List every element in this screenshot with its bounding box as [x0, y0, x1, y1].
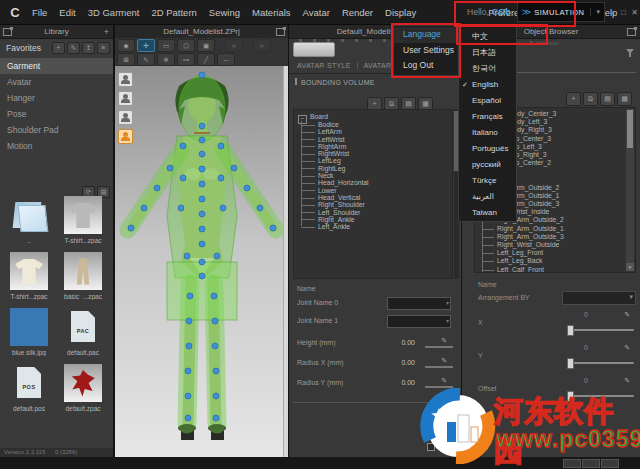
window-control-button[interactable]: ✕	[629, 8, 640, 17]
object-tree-item[interactable]: Right_Arm_Outside_1	[489, 225, 635, 233]
toolbar-button[interactable]: ⊶	[177, 53, 195, 66]
dont-show-again-checkbox[interactable]: Don't show again	[427, 443, 488, 451]
popout-icon[interactable]	[627, 28, 636, 36]
language-menu-item[interactable]: ✓한국어	[459, 61, 516, 77]
object-tool-button[interactable]: ⧉	[583, 92, 598, 106]
edit-pencil-icon[interactable]: ✎	[624, 311, 630, 319]
library-category[interactable]: Avatar	[0, 74, 113, 90]
object-tool-button[interactable]: ▦	[617, 92, 632, 106]
library-category[interactable]: Garment	[0, 58, 113, 74]
tree-item[interactable]: Right_Shoulder	[312, 201, 452, 208]
x-slider[interactable]	[568, 329, 634, 331]
tree-item[interactable]: RightLeg	[312, 165, 452, 172]
object-tree-item[interactable]: Right_Arm_Outside_3	[489, 233, 635, 241]
menu-item[interactable]: Sewing	[203, 7, 246, 18]
tree-item[interactable]: LeftWrist	[312, 136, 452, 143]
menu-item[interactable]: Display	[379, 7, 422, 18]
language-menu-item[interactable]: ✓中文	[459, 29, 516, 45]
filter-funnel-icon[interactable]	[626, 49, 634, 57]
toolbar-button[interactable]: ✎	[137, 53, 155, 66]
radius-y-value[interactable]: 0.00	[401, 379, 415, 386]
language-menu-item[interactable]: ✓Taiwan	[459, 205, 516, 221]
tree-item[interactable]: RightWrist	[312, 150, 452, 157]
menu-item[interactable]: Materials	[246, 7, 297, 18]
object-tree-item[interactable]: Left_Leg_Back	[489, 257, 635, 265]
viewport-scrollbar[interactable]	[283, 66, 288, 457]
popout-icon[interactable]	[3, 28, 12, 36]
status-button[interactable]	[601, 459, 619, 468]
language-menu-item[interactable]: ✓العربية	[459, 189, 516, 205]
tree-root[interactable]: −Board	[298, 113, 452, 121]
edit-pencil-icon[interactable]: ✎	[441, 377, 447, 385]
offset-slider-handle[interactable]	[567, 391, 574, 402]
library-category[interactable]: Motion	[0, 138, 113, 154]
scroll-down-icon[interactable]: ▾	[626, 263, 634, 271]
popout-icon[interactable]	[276, 28, 285, 36]
favorite-tool-button[interactable]: ✎	[67, 42, 80, 54]
menu-item[interactable]: 2D Pattern	[145, 7, 202, 18]
toolbar-button[interactable]: ─	[217, 53, 235, 66]
object-browser-tab[interactable]: B-Attribute	[529, 39, 558, 49]
toolbar-button[interactable]: ➤	[253, 39, 271, 52]
window-control-button[interactable]: –	[607, 8, 618, 17]
tree-item[interactable]: Right_Ankle	[312, 216, 452, 223]
avatar-preview-button[interactable]	[293, 42, 335, 57]
tree-item[interactable]: LeftLeg	[312, 157, 452, 164]
menu-item[interactable]: File	[26, 7, 53, 18]
object-tool-button[interactable]: ▤	[600, 92, 615, 106]
tree-item[interactable]: Bodice	[312, 121, 452, 128]
edit-pencil-icon[interactable]: ✎	[441, 357, 447, 365]
avatar-3d-model[interactable]	[115, 66, 288, 457]
file-item[interactable]: T-shirt...zpac	[2, 252, 56, 308]
language-menu-item[interactable]: ✓日本語	[459, 45, 516, 61]
menu-item[interactable]: 3D Garment	[82, 7, 146, 18]
language-menu-item[interactable]: ✓Português	[459, 141, 516, 157]
language-menu-item[interactable]: ✓Français	[459, 109, 516, 125]
radius-x-slider[interactable]	[425, 366, 453, 368]
window-control-button[interactable]: □	[618, 8, 629, 17]
language-menu-item[interactable]: ✓русский	[459, 157, 516, 173]
edit-pencil-icon[interactable]: ✎	[441, 337, 447, 345]
toolbar-button[interactable]: ➤	[225, 39, 243, 52]
arrangement-dropdown[interactable]	[562, 291, 636, 305]
toolbar-button[interactable]: ◆	[117, 39, 135, 52]
x-slider-handle[interactable]	[567, 325, 574, 336]
object-tool-button[interactable]: +	[566, 92, 581, 106]
favorite-tool-button[interactable]: +	[52, 42, 65, 54]
bounding-volume-tree[interactable]: −Board BodiceLeftArmLeftWristRightArmRig…	[293, 109, 453, 279]
language-menu-item[interactable]: ✓Español	[459, 93, 516, 109]
menu-item[interactable]: Avatar	[297, 7, 336, 18]
offset-slider[interactable]	[568, 395, 634, 397]
edit-pencil-icon[interactable]: ✎	[624, 377, 630, 385]
toolbar-button[interactable]: ⊠	[117, 53, 135, 66]
object-tree-item[interactable]: Left_Leg_Front	[489, 249, 635, 257]
status-button[interactable]	[582, 459, 600, 468]
radius-x-value[interactable]: 0.00	[401, 359, 415, 366]
tree-item[interactable]: Left_Shoulder	[312, 209, 452, 216]
object-tree-item[interactable]: Left_Calf_Front	[489, 266, 635, 273]
file-item[interactable]: default.zpac	[56, 364, 110, 420]
y-slider-handle[interactable]	[567, 358, 574, 369]
status-button[interactable]	[563, 459, 581, 468]
toolbar-button[interactable]: ⬠	[177, 39, 195, 52]
tree-item[interactable]: Neck	[312, 172, 452, 179]
joint-name-1-input[interactable]	[387, 315, 451, 328]
tree-item[interactable]: Lower	[312, 187, 452, 194]
height-value[interactable]: 0.00	[401, 339, 415, 346]
tree-item[interactable]: LeftArm	[312, 128, 452, 135]
library-category[interactable]: Shoulder Pad	[0, 122, 113, 138]
tree-item[interactable]: RightArm	[312, 143, 452, 150]
simulation-dropdown-icon[interactable]: ▾	[590, 8, 600, 16]
menu-item[interactable]: Edit	[53, 7, 81, 18]
menu-item[interactable]: Render	[336, 7, 379, 18]
file-item[interactable]: basic_...zpac	[56, 252, 110, 308]
file-item[interactable]: blue silk.jpg	[2, 308, 56, 364]
avatar-tab[interactable]: AVATAR STYLE	[297, 62, 358, 69]
edit-pencil-icon[interactable]: ✎	[624, 344, 630, 352]
toolbar-button[interactable]: ╱	[197, 53, 215, 66]
add-library-icon[interactable]: +	[104, 26, 109, 39]
y-slider[interactable]	[568, 362, 634, 364]
file-item[interactable]: ..	[2, 196, 56, 252]
favorite-tool-button[interactable]: ≡	[97, 42, 110, 54]
object-tree-item[interactable]: Right_Wrist_Outside	[489, 241, 635, 249]
